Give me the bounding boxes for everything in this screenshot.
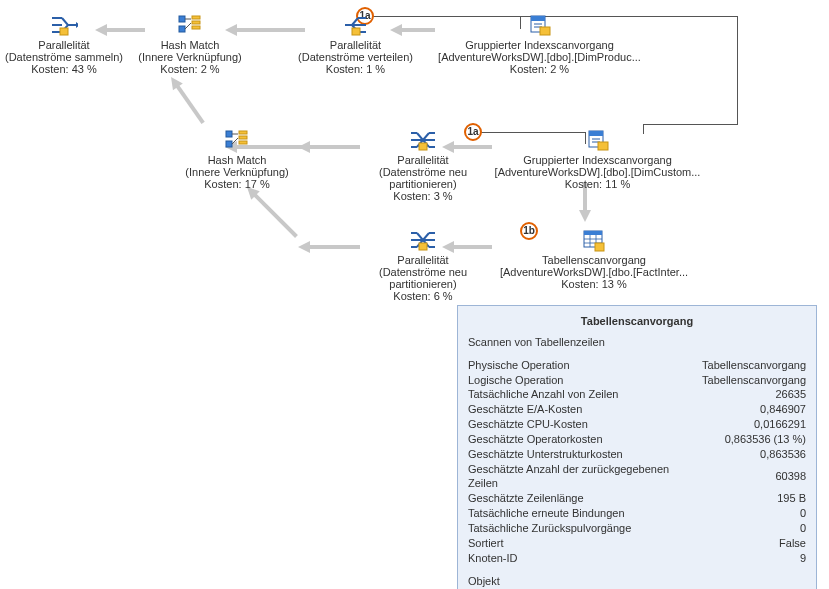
svg-rect-21 — [584, 231, 602, 235]
tooltip-description: Scannen von Tabellenzeilen — [468, 335, 806, 350]
svg-rect-3 — [192, 16, 200, 19]
node-cost: Kosten: 2 % — [432, 63, 647, 75]
table-row: Tatsächliche Zurückspulvorgänge0 — [468, 521, 806, 536]
node-subtitle: (Innere Verknüpfung) — [135, 51, 245, 63]
parallel-icon — [342, 13, 370, 37]
node-clustered-index-scan[interactable]: Gruppierter Indexscanvorgang [AdventureW… — [432, 13, 647, 75]
arrow — [167, 74, 207, 126]
svg-rect-2 — [179, 26, 185, 32]
node-cost: Kosten: 1 % — [298, 63, 413, 75]
svg-rect-14 — [239, 141, 247, 144]
table-row: Physische OperationTabellenscanvorgang — [468, 358, 806, 373]
table-row: Geschätzte Anzahl der zurückgegebenen Ze… — [468, 462, 806, 492]
node-title: Gruppierter Indexscanvorgang — [432, 39, 647, 51]
svg-rect-6 — [352, 28, 360, 35]
svg-rect-22 — [595, 243, 604, 251]
table-row: Geschätzte Operatorkosten0,863536 (13 %) — [468, 432, 806, 447]
annotation-line — [737, 16, 738, 124]
node-title: Tabellenscanvorgang — [490, 254, 698, 266]
svg-rect-8 — [531, 16, 545, 21]
table-row: Geschätzte E/A-Kosten0,846907 — [468, 402, 806, 417]
indexscan-icon — [526, 13, 554, 37]
table-row: Geschätzte Unterstrukturkosten0,863536 — [468, 447, 806, 462]
table-row: SortiertFalse — [468, 536, 806, 551]
node-cost: Kosten: 6 % — [358, 290, 488, 302]
tooltip-properties-table: Physische OperationTabellenscanvorgang L… — [468, 358, 806, 566]
node-cost: Kosten: 11 % — [490, 178, 705, 190]
tooltip-object-section: Objekt [AdventureWorksDW].[dbo].[FactInt… — [468, 574, 806, 590]
indexscan-icon — [584, 128, 612, 152]
node-title: Parallelität — [298, 39, 413, 51]
tooltip-operator-details: Tabellenscanvorgang Scannen von Tabellen… — [457, 305, 817, 589]
parallel-icon — [409, 128, 437, 152]
parallel-icon — [50, 13, 78, 37]
table-row: Tatsächliche erneute Bindungen0 — [468, 506, 806, 521]
tablescan-icon — [580, 228, 608, 252]
node-cost: Kosten: 3 % — [358, 190, 488, 202]
arrow — [298, 242, 360, 252]
node-subtitle: (Datenströme neu partitionieren) — [358, 266, 488, 290]
svg-rect-17 — [589, 131, 603, 136]
node-title: Hash Match — [135, 39, 245, 51]
node-table-scan[interactable]: Tabellenscanvorgang [AdventureWorksDW].[… — [490, 228, 698, 290]
node-title: Hash Match — [182, 154, 292, 166]
svg-rect-19 — [419, 243, 427, 250]
node-parallelism-gather[interactable]: Parallelität (Datenströme sammeln) Koste… — [0, 13, 128, 75]
table-row: Geschätzte Zeilenlänge195 B — [468, 491, 806, 506]
svg-rect-12 — [239, 131, 247, 134]
table-row: Knoten-ID9 — [468, 551, 806, 566]
svg-rect-1 — [179, 16, 185, 22]
svg-rect-10 — [226, 131, 232, 137]
arrow — [298, 142, 360, 152]
node-subtitle: (Datenströme sammeln) — [0, 51, 128, 63]
node-title: Parallelität — [358, 254, 488, 266]
svg-rect-11 — [226, 141, 232, 147]
node-title: Parallelität — [358, 154, 488, 166]
node-hash-match[interactable]: Hash Match (Innere Verknüpfung) Kosten: … — [182, 128, 292, 190]
node-cost: Kosten: 43 % — [0, 63, 128, 75]
node-hash-match[interactable]: Hash Match (Innere Verknüpfung) Kosten: … — [135, 13, 245, 75]
node-cost: Kosten: 2 % — [135, 63, 245, 75]
node-subtitle: (Datenströme neu partitionieren) — [358, 166, 488, 190]
svg-rect-13 — [239, 136, 247, 139]
hashmatch-icon — [176, 13, 204, 37]
table-row: Logische OperationTabellenscanvorgang — [468, 373, 806, 388]
node-parallelism-distribute[interactable]: Parallelität (Datenströme verteilen) Kos… — [298, 13, 413, 75]
node-title: Gruppierter Indexscanvorgang — [490, 154, 705, 166]
svg-rect-4 — [192, 21, 200, 24]
arrow — [243, 183, 300, 240]
svg-rect-0 — [60, 28, 68, 35]
node-subtitle: [AdventureWorksDW].[dbo].[DimCustom... — [490, 166, 705, 178]
tooltip-title: Tabellenscanvorgang — [468, 314, 806, 329]
svg-rect-9 — [540, 27, 550, 35]
node-cost: Kosten: 17 % — [182, 178, 292, 190]
node-subtitle: [AdventureWorksDW].[dbo].[DimProduc... — [432, 51, 647, 63]
node-cost: Kosten: 13 % — [490, 278, 698, 290]
node-clustered-index-scan[interactable]: Gruppierter Indexscanvorgang [AdventureW… — [490, 128, 705, 190]
node-subtitle: (Innere Verknüpfung) — [182, 166, 292, 178]
tooltip-object-label: Objekt — [468, 574, 806, 589]
svg-rect-5 — [192, 26, 200, 29]
svg-rect-15 — [419, 143, 427, 150]
node-parallelism-repartition[interactable]: Parallelität (Datenströme neu partitioni… — [358, 128, 488, 202]
svg-rect-18 — [598, 142, 608, 150]
annotation-line — [643, 124, 738, 125]
table-row: Tatsächliche Anzahl von Zeilen26635 — [468, 387, 806, 402]
table-row: Geschätzte CPU-Kosten0,0166291 — [468, 417, 806, 432]
node-title: Parallelität — [0, 39, 128, 51]
node-subtitle: (Datenströme verteilen) — [298, 51, 413, 63]
parallel-icon — [409, 228, 437, 252]
hashmatch-icon — [223, 128, 251, 152]
node-subtitle: [AdventureWorksDW].[dbo.[FactInter... — [490, 266, 698, 278]
node-parallelism-repartition[interactable]: Parallelität (Datenströme neu partitioni… — [358, 228, 488, 302]
